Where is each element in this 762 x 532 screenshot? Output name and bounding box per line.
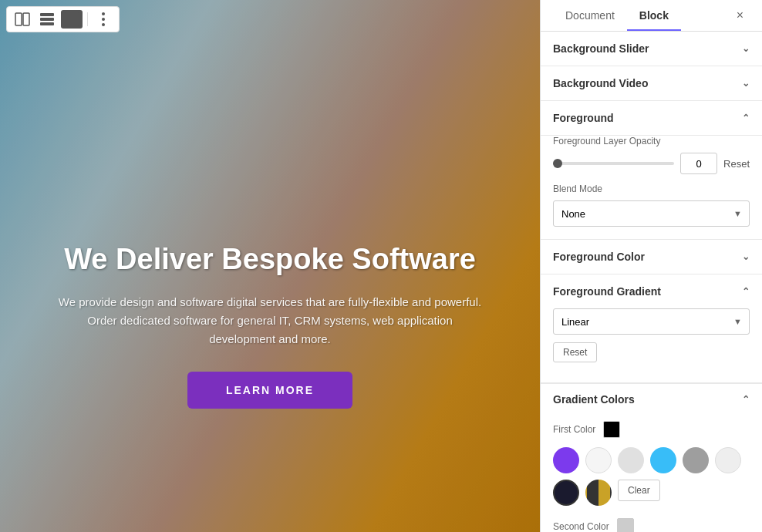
learn-more-button[interactable]: LEARN MORE bbox=[187, 372, 352, 409]
hero-title: We Deliver Bespoke Software bbox=[31, 242, 509, 278]
foreground-gradient-label: Foreground Gradient bbox=[553, 285, 661, 298]
svg-rect-1 bbox=[23, 13, 29, 25]
tab-block[interactable]: Block bbox=[627, 0, 681, 31]
foreground-color-header[interactable]: Foreground Color ⌄ bbox=[541, 240, 762, 274]
foreground-color-section: Foreground Color ⌄ bbox=[541, 240, 762, 274]
gradient-colors-label: Gradient Colors bbox=[553, 393, 635, 406]
panel-close-button[interactable]: × bbox=[730, 2, 750, 29]
tab-document[interactable]: Document bbox=[553, 0, 627, 31]
swatch-mixed[interactable] bbox=[585, 480, 612, 506]
foreground-gradient-content: Linear Radial ▼ Reset bbox=[541, 308, 762, 382]
foreground-color-label: Foreground Color bbox=[553, 251, 645, 263]
hero-subtitle: We provide design and software digital s… bbox=[54, 293, 486, 348]
background-video-header[interactable]: Background Video ⌄ bbox=[541, 66, 762, 100]
second-color-row: Second Color bbox=[541, 515, 762, 532]
blend-mode-select[interactable]: None Multiply Screen Overlay Darken Ligh… bbox=[553, 200, 750, 227]
settings-panel: Document Block × Background Slider ⌄ Bac… bbox=[540, 0, 762, 532]
svg-point-7 bbox=[102, 18, 105, 21]
gradient-type-row: Linear Radial ▼ bbox=[553, 308, 750, 335]
swatch-off-white[interactable] bbox=[715, 447, 741, 473]
svg-point-8 bbox=[102, 23, 105, 26]
color-swatches-grid: Clear bbox=[541, 444, 762, 515]
columns-icon[interactable] bbox=[12, 10, 33, 29]
foreground-arrow: ⌃ bbox=[742, 113, 750, 123]
swatch-gray[interactable] bbox=[683, 447, 709, 473]
background-slider-header[interactable]: Background Slider ⌄ bbox=[541, 32, 762, 66]
hero-content: We Deliver Bespoke Software We provide d… bbox=[0, 242, 540, 409]
opacity-reset-link[interactable]: Reset bbox=[723, 158, 750, 170]
swatch-purple[interactable] bbox=[553, 447, 579, 473]
blend-mode-wrapper: None Multiply Screen Overlay Darken Ligh… bbox=[553, 200, 750, 227]
background-video-arrow: ⌄ bbox=[742, 78, 750, 89]
gradient-colors-section: Gradient Colors ⌃ First Color Clear Seco… bbox=[541, 383, 762, 532]
opacity-slider-track[interactable] bbox=[553, 162, 674, 165]
foreground-section: Foreground ⌃ Foreground Layer Opacity 0 … bbox=[541, 101, 762, 240]
swatch-light-gray[interactable] bbox=[618, 447, 644, 473]
opacity-label: Foreground Layer Opacity bbox=[553, 136, 750, 146]
foreground-color-arrow: ⌄ bbox=[742, 251, 750, 262]
gradient-select-wrapper: Linear Radial ▼ bbox=[553, 308, 750, 335]
panel-tabs: Document Block × bbox=[541, 0, 762, 32]
foreground-gradient-section: Foreground Gradient ⌃ Linear Radial ▼ Re… bbox=[541, 274, 762, 383]
swatch-white[interactable] bbox=[585, 447, 612, 473]
first-color-label: First Color bbox=[553, 424, 595, 435]
first-color-row: First Color bbox=[541, 415, 762, 444]
svg-point-6 bbox=[102, 12, 105, 15]
view-toolbar bbox=[6, 6, 120, 32]
swatch-blue[interactable] bbox=[650, 447, 676, 473]
toolbar-separator bbox=[87, 12, 88, 26]
gradient-type-select[interactable]: Linear Radial bbox=[553, 308, 750, 335]
svg-rect-0 bbox=[15, 13, 22, 25]
second-color-label: Second Color bbox=[553, 521, 609, 532]
svg-rect-4 bbox=[40, 22, 54, 25]
background-video-label: Background Video bbox=[553, 77, 648, 89]
opacity-slider-row: 0 Reset bbox=[553, 153, 750, 174]
swatch-dark[interactable] bbox=[553, 480, 579, 506]
svg-rect-3 bbox=[40, 18, 54, 21]
hero-section: We Deliver Bespoke Software We provide d… bbox=[0, 0, 540, 532]
foreground-header[interactable]: Foreground ⌃ bbox=[541, 101, 762, 136]
foreground-gradient-arrow: ⌃ bbox=[742, 286, 750, 297]
gradient-colors-arrow: ⌃ bbox=[742, 394, 750, 405]
gradient-reset-button[interactable]: Reset bbox=[553, 342, 597, 362]
foreground-label: Foreground bbox=[553, 112, 614, 124]
background-slider-label: Background Slider bbox=[553, 42, 649, 55]
background-video-section: Background Video ⌄ bbox=[541, 66, 762, 101]
block-icon[interactable] bbox=[61, 10, 83, 29]
svg-rect-2 bbox=[40, 13, 54, 16]
gradient-colors-header: Gradient Colors ⌃ bbox=[541, 383, 762, 415]
clear-button[interactable]: Clear bbox=[618, 480, 660, 501]
background-slider-arrow: ⌄ bbox=[742, 43, 750, 54]
opacity-slider-thumb[interactable] bbox=[553, 159, 562, 168]
more-options-icon[interactable] bbox=[93, 10, 114, 29]
foreground-content: Foreground Layer Opacity 0 Reset Blend M… bbox=[541, 136, 762, 239]
list-icon[interactable] bbox=[36, 10, 58, 29]
first-color-swatch[interactable] bbox=[603, 421, 620, 438]
foreground-gradient-header[interactable]: Foreground Gradient ⌃ bbox=[541, 274, 762, 308]
blend-mode-label: Blend Mode bbox=[553, 184, 750, 194]
second-color-swatch[interactable] bbox=[617, 518, 634, 532]
background-slider-section: Background Slider ⌄ bbox=[541, 32, 762, 66]
opacity-input[interactable]: 0 bbox=[680, 153, 717, 174]
svg-rect-5 bbox=[65, 12, 79, 26]
